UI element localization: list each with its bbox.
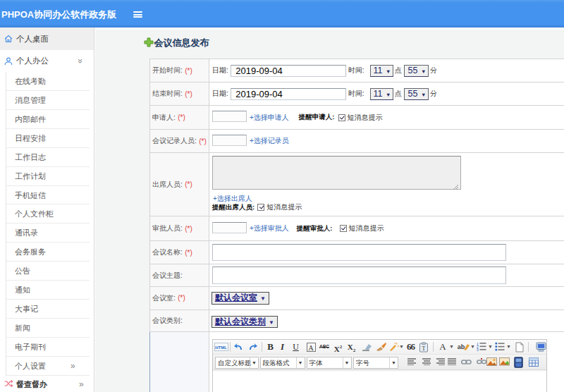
svg-text:3: 3 [477,348,479,351]
svg-text:T: T [422,345,425,351]
